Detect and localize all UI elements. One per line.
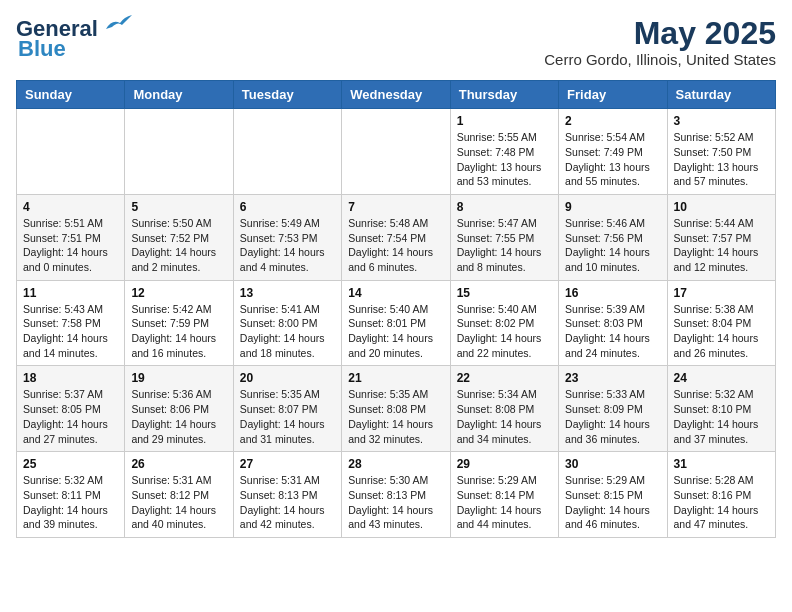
calendar-cell: 15Sunrise: 5:40 AMSunset: 8:02 PMDayligh… — [450, 280, 558, 366]
day-info-line: and 36 minutes. — [565, 432, 660, 447]
header-tuesday: Tuesday — [233, 81, 341, 109]
day-info-line: Sunrise: 5:55 AM — [457, 130, 552, 145]
day-info-line: Sunset: 8:14 PM — [457, 488, 552, 503]
page-subtitle: Cerro Gordo, Illinois, United States — [544, 51, 776, 68]
day-number: 2 — [565, 114, 660, 128]
day-info-line: Sunrise: 5:28 AM — [674, 473, 769, 488]
day-number: 8 — [457, 200, 552, 214]
calendar-cell — [233, 109, 341, 195]
day-info-line: Sunset: 8:02 PM — [457, 316, 552, 331]
day-info-line: Sunrise: 5:41 AM — [240, 302, 335, 317]
day-info-line: Sunset: 7:50 PM — [674, 145, 769, 160]
day-info-line: Sunrise: 5:52 AM — [674, 130, 769, 145]
day-info-line: Daylight: 14 hours — [457, 245, 552, 260]
day-info-line: Sunrise: 5:31 AM — [131, 473, 226, 488]
day-info-line: and 8 minutes. — [457, 260, 552, 275]
day-info-line: Sunset: 7:48 PM — [457, 145, 552, 160]
day-number: 15 — [457, 286, 552, 300]
day-info-line: Daylight: 14 hours — [674, 417, 769, 432]
day-info-line: Daylight: 14 hours — [674, 503, 769, 518]
calendar-cell: 7Sunrise: 5:48 AMSunset: 7:54 PMDaylight… — [342, 194, 450, 280]
day-info-line: Daylight: 14 hours — [565, 245, 660, 260]
day-number: 29 — [457, 457, 552, 471]
calendar-cell: 23Sunrise: 5:33 AMSunset: 8:09 PMDayligh… — [559, 366, 667, 452]
day-info-line: Daylight: 14 hours — [240, 331, 335, 346]
day-info-line: Daylight: 14 hours — [565, 417, 660, 432]
day-info-line: and 43 minutes. — [348, 517, 443, 532]
day-number: 16 — [565, 286, 660, 300]
day-number: 13 — [240, 286, 335, 300]
day-info-line: Sunrise: 5:32 AM — [23, 473, 118, 488]
day-info-line: Daylight: 14 hours — [565, 331, 660, 346]
day-info-line: Sunrise: 5:40 AM — [348, 302, 443, 317]
day-info-line: Sunset: 8:08 PM — [348, 402, 443, 417]
day-info-line: Sunset: 7:56 PM — [565, 231, 660, 246]
day-info-line: Sunset: 8:00 PM — [240, 316, 335, 331]
day-info-line: Sunrise: 5:44 AM — [674, 216, 769, 231]
day-info-line: Sunrise: 5:39 AM — [565, 302, 660, 317]
day-info-line: Daylight: 14 hours — [23, 503, 118, 518]
day-info-line: and 22 minutes. — [457, 346, 552, 361]
day-info-line: Sunset: 8:09 PM — [565, 402, 660, 417]
day-info-line: and 4 minutes. — [240, 260, 335, 275]
day-info-line: Sunrise: 5:37 AM — [23, 387, 118, 402]
day-info-line: Sunset: 7:59 PM — [131, 316, 226, 331]
calendar-cell: 26Sunrise: 5:31 AMSunset: 8:12 PMDayligh… — [125, 452, 233, 538]
calendar-cell: 31Sunrise: 5:28 AMSunset: 8:16 PMDayligh… — [667, 452, 775, 538]
header-friday: Friday — [559, 81, 667, 109]
calendar-cell: 10Sunrise: 5:44 AMSunset: 7:57 PMDayligh… — [667, 194, 775, 280]
day-info-line: and 46 minutes. — [565, 517, 660, 532]
page-header: General Blue May 2025 Cerro Gordo, Illin… — [16, 16, 776, 68]
day-info-line: Sunrise: 5:42 AM — [131, 302, 226, 317]
calendar-table: SundayMondayTuesdayWednesdayThursdayFrid… — [16, 80, 776, 538]
logo-bird-icon — [100, 15, 132, 37]
day-number: 19 — [131, 371, 226, 385]
calendar-cell: 16Sunrise: 5:39 AMSunset: 8:03 PMDayligh… — [559, 280, 667, 366]
day-info-line: Sunset: 8:07 PM — [240, 402, 335, 417]
calendar-cell: 13Sunrise: 5:41 AMSunset: 8:00 PMDayligh… — [233, 280, 341, 366]
day-info-line: Daylight: 13 hours — [674, 160, 769, 175]
calendar-cell: 4Sunrise: 5:51 AMSunset: 7:51 PMDaylight… — [17, 194, 125, 280]
calendar-cell — [125, 109, 233, 195]
calendar-cell: 3Sunrise: 5:52 AMSunset: 7:50 PMDaylight… — [667, 109, 775, 195]
calendar-cell: 27Sunrise: 5:31 AMSunset: 8:13 PMDayligh… — [233, 452, 341, 538]
calendar-week-2: 4Sunrise: 5:51 AMSunset: 7:51 PMDaylight… — [17, 194, 776, 280]
logo-blue: Blue — [18, 36, 66, 62]
day-number: 21 — [348, 371, 443, 385]
day-info-line: Sunset: 8:16 PM — [674, 488, 769, 503]
day-number: 22 — [457, 371, 552, 385]
calendar-cell: 2Sunrise: 5:54 AMSunset: 7:49 PMDaylight… — [559, 109, 667, 195]
day-info-line: and 53 minutes. — [457, 174, 552, 189]
day-info-line: and 31 minutes. — [240, 432, 335, 447]
calendar-cell: 30Sunrise: 5:29 AMSunset: 8:15 PMDayligh… — [559, 452, 667, 538]
day-number: 11 — [23, 286, 118, 300]
day-info-line: Sunset: 8:03 PM — [565, 316, 660, 331]
day-info-line: and 12 minutes. — [674, 260, 769, 275]
day-number: 23 — [565, 371, 660, 385]
day-info-line: Daylight: 14 hours — [23, 417, 118, 432]
day-info-line: Daylight: 13 hours — [457, 160, 552, 175]
calendar-cell: 20Sunrise: 5:35 AMSunset: 8:07 PMDayligh… — [233, 366, 341, 452]
day-info-line: and 39 minutes. — [23, 517, 118, 532]
day-info-line: and 47 minutes. — [674, 517, 769, 532]
day-number: 14 — [348, 286, 443, 300]
day-info-line: and 55 minutes. — [565, 174, 660, 189]
day-info-line: and 40 minutes. — [131, 517, 226, 532]
day-info-line: Sunset: 8:13 PM — [348, 488, 443, 503]
day-info-line: Sunrise: 5:38 AM — [674, 302, 769, 317]
day-info-line: Daylight: 14 hours — [674, 245, 769, 260]
day-info-line: Sunrise: 5:51 AM — [23, 216, 118, 231]
day-info-line: and 29 minutes. — [131, 432, 226, 447]
calendar-cell: 24Sunrise: 5:32 AMSunset: 8:10 PMDayligh… — [667, 366, 775, 452]
header-wednesday: Wednesday — [342, 81, 450, 109]
day-number: 20 — [240, 371, 335, 385]
calendar-week-1: 1Sunrise: 5:55 AMSunset: 7:48 PMDaylight… — [17, 109, 776, 195]
day-info-line: Daylight: 14 hours — [240, 503, 335, 518]
calendar-cell — [17, 109, 125, 195]
calendar-cell: 5Sunrise: 5:50 AMSunset: 7:52 PMDaylight… — [125, 194, 233, 280]
calendar-cell: 17Sunrise: 5:38 AMSunset: 8:04 PMDayligh… — [667, 280, 775, 366]
day-info-line: Daylight: 14 hours — [457, 417, 552, 432]
day-info-line: Sunset: 8:15 PM — [565, 488, 660, 503]
day-number: 27 — [240, 457, 335, 471]
day-info-line: Daylight: 14 hours — [23, 331, 118, 346]
